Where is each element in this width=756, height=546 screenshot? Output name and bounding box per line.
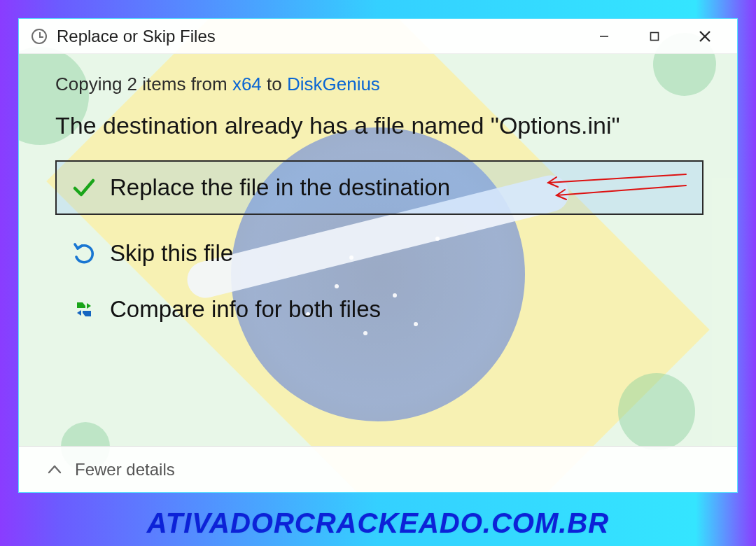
copy-prefix: Copying 2 items from <box>55 74 232 94</box>
option-compare-label: Compare info for both files <box>110 296 381 323</box>
option-replace[interactable]: Replace the file in the destination <box>55 160 704 215</box>
chevron-up-icon <box>47 462 62 477</box>
maximize-icon <box>649 31 660 42</box>
svg-line-5 <box>556 186 686 195</box>
check-icon <box>72 176 96 200</box>
conflict-headline: The destination already has a file named… <box>55 112 704 139</box>
option-compare[interactable]: Compare info for both files <box>55 292 704 327</box>
clock-icon <box>31 29 47 44</box>
outer-gradient-frame: Replace or Skip Files Copying 2 items fr… <box>0 0 756 546</box>
fewer-details-toggle[interactable]: Fewer details <box>75 460 175 479</box>
annotation-arrows-icon <box>536 166 690 208</box>
dialog-body: Copying 2 items from x64 to DiskGenius T… <box>19 54 737 446</box>
svg-marker-6 <box>87 303 91 309</box>
close-icon <box>699 30 711 43</box>
dialog-footer: Fewer details <box>19 446 737 492</box>
dialog-window: Replace or Skip Files Copying 2 items fr… <box>18 18 738 493</box>
options-list: Replace the file in the destination <box>55 160 704 327</box>
window-title: Replace or Skip Files <box>57 27 216 46</box>
minimize-button[interactable] <box>579 19 629 54</box>
close-button[interactable] <box>680 19 730 54</box>
svg-marker-7 <box>77 310 81 316</box>
titlebar: Replace or Skip Files <box>19 19 737 54</box>
maximize-button[interactable] <box>629 19 680 54</box>
svg-rect-1 <box>651 32 659 40</box>
option-skip[interactable]: Skip this file <box>55 236 704 271</box>
option-replace-label: Replace the file in the destination <box>110 174 450 201</box>
source-link[interactable]: x64 <box>232 74 262 94</box>
destination-link[interactable]: DiskGenius <box>287 74 380 94</box>
copy-progress-line: Copying 2 items from x64 to DiskGenius <box>55 74 704 95</box>
svg-line-4 <box>548 174 686 183</box>
copy-mid: to <box>262 74 287 94</box>
option-skip-label: Skip this file <box>110 240 233 267</box>
compare-icon <box>72 298 96 321</box>
undo-icon <box>72 241 96 265</box>
minimize-icon <box>598 31 610 42</box>
watermark-text: ATIVADORCRACKEADO.COM.BR <box>0 507 756 539</box>
